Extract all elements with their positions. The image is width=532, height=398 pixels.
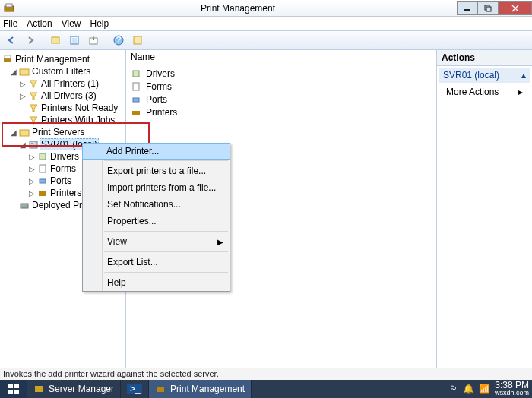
expand-icon[interactable]: ▷ — [18, 92, 27, 100]
expand-icon[interactable]: ▷ — [18, 80, 27, 88]
menu-action[interactable]: Action — [27, 18, 52, 29]
svg-rect-9 — [72, 38, 77, 43]
taskbar-print-management[interactable]: Print Management — [149, 380, 252, 398]
actions-pane: Actions SVR01 (local)▴ More Actions▸ — [437, 50, 532, 368]
actions-title: Actions — [437, 50, 532, 66]
driver-icon — [131, 68, 143, 79]
menu-file[interactable]: File — [3, 18, 17, 29]
actions-more[interactable]: More Actions▸ — [437, 84, 532, 100]
svg-rect-4 — [486, 7, 491, 11]
collapse-icon[interactable]: ◢ — [9, 68, 18, 76]
toolbar: ? — [0, 30, 532, 50]
server-folder-icon — [18, 126, 30, 138]
column-header-name[interactable]: Name — [126, 50, 436, 65]
properties-button[interactable] — [129, 32, 146, 49]
svg-rect-29 — [8, 384, 13, 388]
menu-help[interactable]: Help — [90, 18, 109, 29]
list-item-ports[interactable]: Ports — [128, 93, 435, 106]
expand-icon[interactable]: ▷ — [27, 177, 36, 185]
svg-rect-24 — [21, 204, 28, 208]
printer-icon — [131, 107, 143, 118]
status-bar: Invokes the add printer wizard against t… — [0, 368, 532, 380]
svg-rect-26 — [133, 83, 139, 90]
svg-rect-25 — [133, 71, 139, 77]
tray-network-icon[interactable]: 📶 — [479, 384, 490, 394]
svg-rect-20 — [40, 153, 46, 160]
menu-view[interactable]: View▶ — [83, 233, 230, 250]
tree-all-drivers[interactable]: ▷All Drivers (3) — [2, 90, 124, 102]
maximize-button[interactable] — [477, 1, 499, 15]
tree-print-servers[interactable]: ◢Print Servers — [2, 126, 124, 138]
actions-context[interactable]: SVR01 (local)▴ — [439, 68, 530, 83]
folder-icon — [18, 65, 30, 77]
menu-separator — [104, 231, 228, 232]
tree-root[interactable]: Print Management — [2, 53, 124, 65]
filter-icon — [27, 114, 40, 126]
svg-rect-21 — [40, 165, 46, 172]
svg-text:>_: >_ — [130, 384, 141, 394]
toolbar-separator — [43, 33, 43, 47]
tree-printers-not-ready[interactable]: Printers Not Ready — [2, 102, 124, 114]
collapse-icon[interactable]: ◢ — [9, 128, 18, 137]
menu-set-notifications[interactable]: Set Notifications... — [83, 196, 230, 213]
tree-custom-filters[interactable]: ◢Custom Filters — [2, 65, 124, 77]
svg-rect-22 — [40, 179, 46, 183]
expand-icon[interactable]: ▷ — [27, 189, 36, 197]
collapse-icon[interactable]: ◢ — [18, 141, 27, 149]
menu-bar: File Action View Help — [0, 17, 532, 30]
back-button[interactable] — [3, 32, 20, 49]
svg-rect-31 — [8, 390, 13, 394]
toolbar-separator — [106, 33, 106, 47]
list-item-drivers[interactable]: Drivers — [128, 67, 435, 80]
app-icon — [3, 2, 15, 14]
system-tray[interactable]: 🏳 🔔 📶 3:38 PM wsxdh.com — [446, 380, 532, 398]
start-button[interactable] — [0, 380, 27, 398]
list-item-printers[interactable]: Printers — [128, 106, 435, 118]
filter-icon — [27, 90, 40, 102]
refresh-button[interactable] — [66, 32, 83, 49]
tray-flag-icon[interactable]: 🏳 — [449, 384, 458, 394]
help-button[interactable]: ? — [110, 32, 127, 49]
printer-icon — [2, 53, 14, 65]
svg-point-19 — [31, 143, 33, 144]
svg-rect-28 — [132, 111, 140, 115]
taskbar-powershell[interactable]: >_ — [121, 380, 149, 398]
tray-shield-icon[interactable]: 🔔 — [463, 384, 474, 394]
tree-printers-with-jobs[interactable]: Printers With Jobs — [2, 114, 124, 126]
export-button[interactable] — [85, 32, 102, 49]
filter-icon — [27, 102, 40, 114]
expand-icon[interactable]: ▷ — [27, 165, 36, 173]
menu-help[interactable]: Help — [83, 274, 230, 291]
menu-export-list[interactable]: Export List... — [83, 254, 230, 270]
tree-all-printers[interactable]: ▷All Printers (1) — [2, 77, 124, 90]
list-item-forms[interactable]: Forms — [128, 80, 435, 93]
forward-button[interactable] — [22, 32, 39, 49]
port-icon — [36, 175, 49, 187]
svg-rect-17 — [20, 130, 29, 136]
menu-separator — [104, 160, 228, 161]
svg-rect-33 — [35, 386, 43, 392]
menu-separator — [104, 272, 228, 273]
taskbar: Server Manager >_ Print Management 🏳 🔔 📶… — [0, 380, 532, 398]
menu-add-printer[interactable]: Add Printer... — [82, 143, 230, 160]
context-menu: Add Printer... Export printers to a file… — [82, 143, 230, 292]
filter-icon — [27, 77, 40, 90]
close-button[interactable] — [498, 1, 532, 15]
minimize-button[interactable] — [457, 1, 478, 15]
menu-view[interactable]: View — [62, 18, 81, 29]
menu-properties[interactable]: Properties... — [83, 213, 230, 229]
expand-icon[interactable]: ▷ — [27, 153, 36, 161]
svg-rect-36 — [157, 387, 164, 392]
collapse-icon: ▴ — [521, 70, 526, 81]
driver-icon — [36, 150, 49, 163]
deployed-icon — [18, 199, 30, 211]
clock[interactable]: 3:38 PM — [495, 381, 529, 389]
svg-rect-18 — [30, 141, 37, 148]
menu-export-printers[interactable]: Export printers to a file... — [83, 163, 230, 179]
taskbar-server-manager[interactable]: Server Manager — [27, 380, 121, 398]
show-hide-button[interactable] — [47, 32, 64, 49]
printer-icon — [36, 187, 49, 199]
menu-import-printers[interactable]: Import printers from a file... — [83, 179, 230, 196]
svg-rect-23 — [39, 191, 46, 196]
port-icon — [131, 94, 143, 105]
